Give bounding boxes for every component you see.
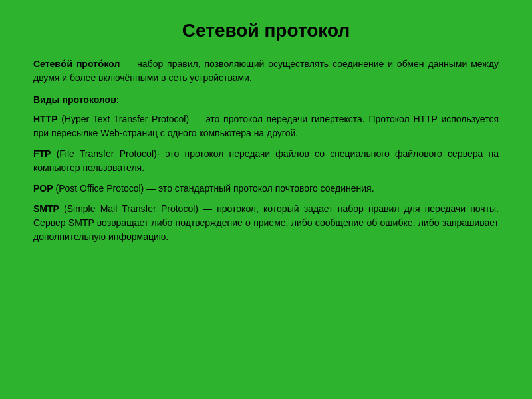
protocol-pop-name: POP xyxy=(33,183,53,194)
content-area: Сетево́й прото́кол — набор правил, позво… xyxy=(33,57,499,244)
protocol-pop: POP (Post Office Protocol) — это стандар… xyxy=(33,182,499,196)
protocol-ftp-name: FTP xyxy=(33,148,51,159)
protocol-smtp-desc: (Simple Mail Transfer Protocol) — проток… xyxy=(33,203,499,242)
protocol-ftp-desc: (File Transfer Protocol)- это протокол п… xyxy=(33,148,499,173)
section-header: Виды протоколов: xyxy=(33,93,499,107)
protocol-pop-desc: (Post Office Protocol) — это стандартный… xyxy=(53,183,374,194)
protocol-smtp: SMTP (Simple Mail Transfer Protocol) — п… xyxy=(33,202,499,244)
protocol-smtp-name: SMTP xyxy=(33,203,59,214)
intro-paragraph: Сетево́й прото́кол — набор правил, позво… xyxy=(33,57,499,85)
protocol-http-name: HTTP xyxy=(33,114,58,124)
page: Сетевой протокол Сетево́й прото́кол — на… xyxy=(0,0,532,399)
protocol-http-desc: (Hyper Text Transfer Protocol) — это про… xyxy=(33,114,499,138)
intro-bold: Сетево́й прото́кол xyxy=(33,59,120,69)
protocol-ftp: FTP (File Transfer Protocol)- это проток… xyxy=(33,147,499,175)
page-title: Сетевой протокол xyxy=(33,20,499,41)
protocol-http: HTTP (Hyper Text Transfer Protocol) — эт… xyxy=(33,112,499,140)
